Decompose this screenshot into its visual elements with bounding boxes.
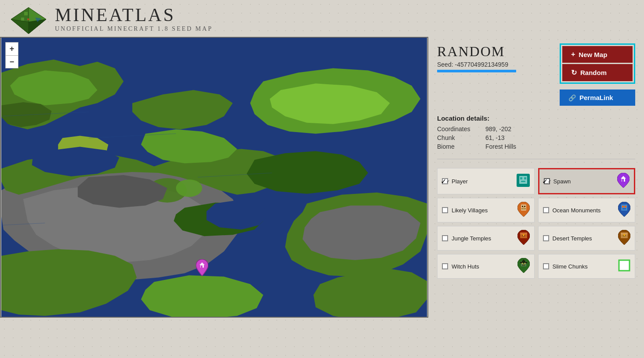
desert-temples-label: Desert Temples	[553, 235, 615, 242]
legend-item-likely-villages[interactable]: Likely Villages	[437, 198, 535, 222]
svg-rect-46	[623, 234, 625, 235]
legend-item-ocean-monuments[interactable]: Ocean Monuments	[538, 198, 636, 222]
player-checkbox[interactable]: ✓	[442, 178, 448, 184]
villages-label: Likely Villages	[452, 207, 514, 214]
desert-pin-icon	[618, 230, 630, 247]
refresh-icon: ↻	[571, 68, 577, 77]
svg-rect-23	[524, 177, 526, 179]
chunk-value: 61, -13	[485, 134, 635, 141]
app-title: MineAtlas	[55, 4, 213, 25]
header: MineAtlas Unofficial Minecraft 1.8 Seed …	[0, 0, 644, 37]
svg-rect-35	[622, 206, 624, 208]
map-title: Random	[437, 43, 560, 60]
legend-item-spawn[interactable]: ✓ Spawn	[538, 168, 636, 194]
witch-huts-label: Witch Huts	[452, 263, 514, 270]
location-title: Location details:	[437, 115, 635, 122]
monument-pin-icon	[618, 202, 630, 218]
svg-rect-22	[520, 177, 522, 179]
svg-rect-19	[201, 265, 203, 268]
monuments-label: Ocean Monuments	[553, 207, 615, 214]
logo-text-group: MineAtlas Unofficial Minecraft 1.8 Seed …	[55, 4, 213, 32]
svg-rect-6	[31, 14, 33, 17]
villages-checkbox[interactable]	[442, 207, 448, 213]
svg-rect-24	[521, 181, 525, 182]
svg-rect-5	[24, 12, 28, 15]
location-grid: Coordinates 989, -202 Chunk 61, -13 Biom…	[437, 125, 635, 150]
svg-rect-51	[522, 263, 523, 264]
witch-pin-icon	[517, 258, 530, 275]
svg-rect-36	[625, 206, 626, 208]
coordinates-value: 989, -202	[485, 125, 635, 132]
svg-rect-37	[622, 208, 626, 209]
svg-rect-26	[525, 184, 528, 186]
svg-rect-7	[21, 18, 24, 21]
main-content: + − Random Seed: -457704992134959	[0, 37, 644, 318]
sidebar-top: Random Seed: -457704992134959 + New Map …	[437, 43, 635, 106]
player-label: Player	[452, 178, 513, 185]
village-pin-icon	[517, 202, 530, 218]
svg-rect-31	[524, 206, 525, 207]
map-info: Random Seed: -457704992134959	[437, 43, 560, 72]
jungle-pin-icon	[517, 230, 530, 247]
map-container[interactable]: + −	[0, 37, 428, 318]
spawn-marker	[196, 259, 208, 278]
new-map-button[interactable]: + New Map	[562, 46, 633, 63]
jungle-temples-label: Jungle Temples	[452, 235, 514, 242]
permalink-button[interactable]: 🔗 PermaLink	[560, 90, 635, 106]
legend-item-desert-temples[interactable]: Desert Temples	[538, 226, 636, 251]
svg-rect-50	[520, 262, 527, 263]
link-icon: 🔗	[568, 94, 576, 101]
legend-grid: ✓ Player ✓	[437, 168, 635, 279]
map-terrain	[1, 38, 427, 317]
spawn-label: Spawn	[554, 178, 614, 185]
legend-item-jungle-temples[interactable]: Jungle Temples	[437, 226, 535, 251]
divider	[437, 159, 635, 159]
svg-rect-25	[518, 184, 522, 186]
app-subtitle: Unofficial Minecraft 1.8 Seed Map	[55, 25, 213, 32]
svg-rect-42	[523, 234, 525, 235]
legend-item-witch-huts[interactable]: Witch Huts	[437, 254, 535, 279]
svg-marker-4	[11, 19, 29, 34]
svg-rect-21	[519, 176, 527, 184]
slime-square-icon	[618, 259, 630, 273]
svg-rect-47	[624, 235, 625, 236]
slime-chunks-checkbox[interactable]	[543, 263, 549, 269]
svg-rect-41	[523, 235, 524, 236]
player-icon	[517, 174, 530, 189]
logo-diamond	[9, 5, 48, 32]
svg-rect-54	[522, 265, 525, 266]
plus-icon: +	[571, 50, 575, 58]
coordinates-label: Coordinates	[437, 125, 481, 132]
svg-rect-33	[523, 207, 525, 209]
svg-rect-55	[619, 260, 630, 271]
svg-rect-9	[27, 18, 29, 20]
biome-value: Forest Hills	[485, 143, 635, 150]
chunk-label: Chunk	[437, 134, 481, 141]
legend-item-slime-chunks[interactable]: Slime Chunks	[538, 254, 636, 279]
sidebar: Random Seed: -457704992134959 + New Map …	[428, 37, 644, 318]
zoom-in-button[interactable]: +	[5, 42, 18, 55]
spawn-pin-icon	[617, 173, 630, 190]
legend-item-player[interactable]: ✓ Player	[437, 168, 535, 194]
svg-rect-28	[622, 179, 624, 182]
slime-chunks-label: Slime Chunks	[553, 263, 615, 270]
map-controls: + −	[5, 42, 18, 68]
desert-temples-checkbox[interactable]	[543, 235, 549, 241]
location-details: Location details: Coordinates 989, -202 …	[437, 115, 635, 150]
biome-label: Biome	[437, 143, 481, 150]
witch-huts-checkbox[interactable]	[442, 263, 448, 269]
zoom-out-button[interactable]: −	[5, 55, 18, 68]
seed-line: Seed: -457704992134959	[437, 61, 560, 68]
svg-rect-30	[522, 206, 523, 207]
action-buttons-group: + New Map ↻ Random	[560, 43, 635, 84]
jungle-temples-checkbox[interactable]	[442, 235, 448, 241]
monuments-checkbox[interactable]	[543, 207, 549, 213]
spawn-checkbox[interactable]: ✓	[544, 178, 550, 184]
random-button[interactable]: ↻ Random	[562, 64, 633, 81]
svg-point-13	[176, 179, 203, 197]
seed-progress-bar	[437, 70, 516, 72]
svg-rect-52	[525, 263, 525, 264]
